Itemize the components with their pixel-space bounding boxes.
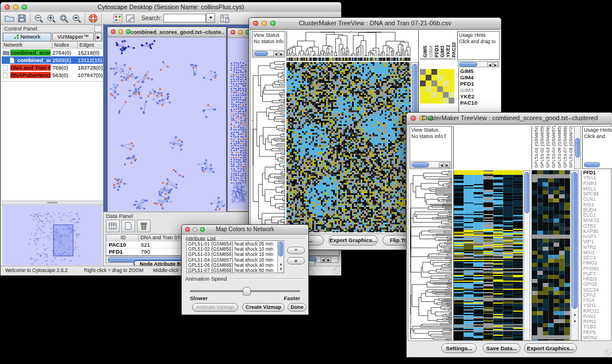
treeview1-heatmap[interactable] — [286, 62, 411, 232]
scroll-right-icon[interactable]: ▶ — [493, 62, 498, 67]
gene-label[interactable]: GPI16 — [583, 282, 612, 287]
gene-label[interactable]: GIM4 — [460, 74, 502, 81]
tab-vizmapper[interactable]: VizMapper™ — [52, 33, 94, 41]
save-icon[interactable] — [16, 13, 28, 24]
gene-label[interactable]: RNR4 — [583, 181, 612, 186]
network-view-window-1[interactable]: combined_scores_good.txt--cluste... — [107, 26, 227, 212]
move-up-button[interactable]: ^ — [287, 247, 305, 254]
usage-hints-scroll-thumb[interactable] — [584, 162, 600, 167]
attribute-list[interactable]: GPL51-01 (GSM854) heat shock 05 minGPL51… — [186, 240, 284, 273]
scroll-right-icon[interactable]: ▶ — [279, 51, 284, 56]
dialog-titlebar[interactable]: Map Colors to Network — [182, 225, 308, 235]
export-graphics-button[interactable]: Export Graphics... — [524, 343, 577, 353]
treeview2-titlebar[interactable]: ClusterMaker TreeView : combined_scores_… — [407, 113, 612, 124]
resize-grip[interactable] — [333, 267, 340, 274]
animation-speed-slider[interactable] — [190, 287, 300, 295]
animate-vizmap-button[interactable]: Animate Vizmap — [192, 303, 238, 312]
gene-label[interactable]: GTB1 — [583, 224, 612, 229]
gene-label[interactable]: VIP1 — [583, 239, 612, 244]
vscroll-thumb[interactable] — [525, 172, 529, 213]
treeview2-heatmap[interactable] — [453, 170, 523, 340]
col-header-edges[interactable]: Edges — [78, 42, 103, 49]
gene-label[interactable]: ELG1 — [583, 213, 612, 218]
gene-label[interactable]: YRA1 — [583, 175, 612, 181]
gene-label[interactable]: RPO21 — [583, 309, 612, 314]
open-folder-icon[interactable] — [3, 13, 16, 24]
treeview2-row-dendrogram[interactable] — [410, 170, 452, 340]
done-button[interactable]: Done — [288, 303, 307, 312]
gene-label[interactable]: HAP3 — [583, 234, 612, 239]
zoom-selected-icon[interactable] — [58, 13, 70, 24]
zoom-fit-icon[interactable] — [70, 13, 83, 24]
gene-label[interactable]: PFD1 — [460, 81, 502, 87]
gene-label[interactable]: HRD3 — [583, 277, 612, 282]
network-row[interactable]: DNA and Tran 07769(0)183728(0) — [2, 64, 103, 71]
attribute-select-icon[interactable] — [106, 220, 120, 232]
attribute-item[interactable]: GPL51-03 (GSM856) heat shock 15 min — [188, 252, 277, 257]
scroll-right-icon[interactable]: ▶ — [445, 162, 450, 167]
gene-label[interactable]: RPN1 — [583, 319, 612, 324]
attribute-table-icon[interactable] — [219, 13, 231, 24]
gene-label[interactable]: FIG4 — [583, 298, 612, 303]
annotation-icon[interactable] — [124, 13, 137, 24]
gene-label[interactable]: PAC10 — [460, 99, 502, 106]
save-data-button[interactable]: Save Data... — [483, 343, 521, 353]
vizmapper-nodes-icon[interactable] — [112, 13, 124, 24]
new-attribute-icon[interactable] — [121, 220, 135, 232]
resize-grip[interactable] — [605, 349, 611, 356]
tab-overflow-arrow[interactable]: ▶ — [95, 33, 102, 41]
gene-label[interactable]: PAN1 — [583, 314, 612, 319]
float-panel-icon[interactable] — [94, 25, 102, 32]
gene-label[interactable]: MSL1 — [583, 186, 612, 191]
col-header-network[interactable]: Network — [2, 42, 52, 49]
gene-label[interactable]: YSH1 — [583, 303, 612, 308]
slider-thumb[interactable] — [243, 287, 251, 296]
gene-label[interactable]: HMG1 — [583, 260, 612, 266]
scroll-up-icon[interactable]: ▲ — [572, 312, 577, 317]
minimize-button[interactable] — [118, 29, 123, 34]
scroll-left-icon[interactable]: ◀ — [273, 51, 278, 56]
help-lifering-icon[interactable] — [87, 13, 100, 24]
treeview2-vscrollbar[interactable] — [523, 170, 530, 340]
treeview2-gene-list[interactable]: PFD1YRA1RNR4MSL1SPC98CLN1NIS1BUD4ELG1MAK… — [581, 170, 612, 340]
network-row[interactable]: RNAPuberNov2+563(0)107847(0) — [2, 71, 103, 79]
view-status-hscrollbar[interactable]: ◀ ▶ — [411, 161, 451, 168]
attribute-item[interactable]: GPL51-01 (GSM854) heat shock 05 min — [188, 242, 277, 247]
gene-label[interactable]: YKE2 — [460, 93, 502, 99]
treeview1-row-dendrogram[interactable] — [252, 60, 285, 232]
attribute-item[interactable]: GPL51-02 (GSM855) heat shock 10 min — [188, 247, 277, 252]
cytoscape-titlebar[interactable]: Cytoscape Desktop (Session Name: collins… — [1, 2, 341, 13]
move-down-button[interactable]: v — [287, 257, 305, 265]
gene-label[interactable]: SPC98 — [583, 191, 612, 197]
scroll-right-icon[interactable]: ▶ — [326, 257, 331, 262]
gene-label[interactable]: CPA2 — [583, 293, 612, 298]
settings-button[interactable]: Settings... — [441, 343, 477, 353]
gene-label[interactable]: MAK31 — [583, 218, 612, 223]
scroll-up-icon[interactable]: ▲ — [278, 262, 284, 267]
gene-label[interactable]: SEC24 — [583, 288, 612, 293]
scroll-down-icon[interactable]: ▼ — [278, 267, 284, 272]
search-dropdown-button[interactable]: ▼ — [206, 13, 215, 23]
attribute-item[interactable]: GPL51-07 (GSM868) heat shock 60 min — [188, 268, 277, 273]
gene-label[interactable]: PUF3 — [583, 271, 612, 277]
attribute-item[interactable]: GPL51-06 (GSM865) heat shock 40 min — [188, 263, 277, 268]
create-vizmap-button[interactable]: Create Vizmap — [242, 303, 285, 312]
export-graphics-button[interactable]: Export Graphics... — [328, 235, 378, 246]
attribute-item[interactable]: GPL51-04 (GSM857) heat shock 20 min — [188, 258, 277, 263]
network-row[interactable]: combined_sco2569(6)13112(15) — [2, 56, 103, 64]
gene-label[interactable]: GIM3 — [460, 87, 502, 93]
view-status-hscrollbar[interactable]: ◀ ▶ — [253, 50, 284, 56]
tab-network[interactable]: Network — [3, 33, 51, 41]
search-input[interactable] — [163, 14, 206, 22]
gene-label[interactable]: PEP5 — [583, 330, 612, 335]
gene-label[interactable]: TCB3 — [583, 324, 612, 329]
col-header-nodes[interactable]: Nodes — [52, 42, 78, 49]
scroll-left-icon[interactable]: ◀ — [320, 257, 326, 262]
gene-label[interactable]: GIM5 — [460, 68, 502, 74]
gene-label[interactable]: PHO81 — [583, 266, 612, 271]
usage-hints-hscrollbar[interactable]: ◀ ▶ — [458, 61, 499, 67]
column-labels-vscrollbar[interactable] — [574, 126, 581, 169]
gene-label[interactable]: MON2 — [583, 335, 612, 340]
scroll-left-icon[interactable]: ◀ — [439, 162, 444, 167]
gene-label[interactable]: SEC1 — [583, 255, 612, 260]
